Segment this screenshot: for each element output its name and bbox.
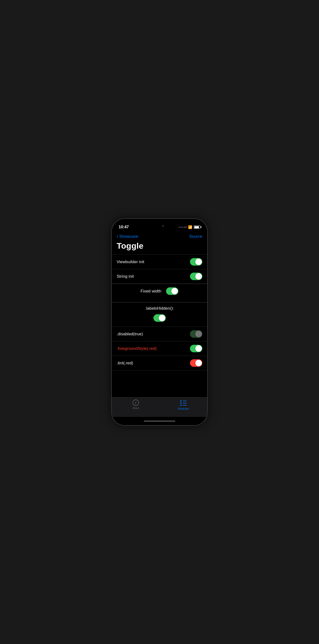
- dynamic-island: [145, 222, 174, 230]
- phone-frame: 10:47 📶 ‹ Showcase Sour: [112, 219, 207, 425]
- fixed-width-row: Fixed width: [117, 288, 202, 295]
- foreground-style-toggle[interactable]: [190, 345, 202, 352]
- string-init-toggle[interactable]: [190, 272, 202, 280]
- tab-about[interactable]: i About: [112, 400, 160, 410]
- tab-bar: i About: [112, 397, 207, 417]
- home-bar: [144, 420, 175, 422]
- wifi-icon: 📶: [188, 225, 192, 229]
- tint-red-label: .tint(.red): [117, 361, 133, 366]
- disabled-row: .disabled(true): [112, 327, 207, 341]
- viewbuilder-init-label: Viewbuilder init: [117, 260, 144, 264]
- toggle-thumb: [195, 360, 202, 366]
- toggle-thumb: [195, 331, 202, 337]
- info-icon: i: [133, 400, 139, 406]
- fixed-width-toggle[interactable]: [166, 288, 178, 295]
- labels-hidden-toggle[interactable]: [154, 314, 166, 322]
- chevron-left-icon: ‹: [117, 234, 118, 239]
- phone-screen: 10:47 📶 ‹ Showcase Sour: [112, 219, 207, 425]
- status-time: 10:47: [118, 225, 129, 230]
- tint-red-toggle[interactable]: [190, 359, 202, 367]
- toggle-thumb: [195, 273, 202, 280]
- battery-icon: [194, 226, 200, 229]
- toggle-thumb: [195, 345, 202, 352]
- labels-hidden-section: .labelsHidden():: [112, 302, 207, 327]
- back-button[interactable]: ‹ Showcase: [117, 234, 138, 239]
- string-init-label: String init: [117, 274, 134, 279]
- tint-red-row: .tint(.red): [112, 356, 207, 370]
- signal-icon: [178, 226, 186, 228]
- camera-dot: [162, 225, 164, 227]
- fixed-width-section: Fixed width: [112, 284, 207, 302]
- source-button[interactable]: Source: [189, 234, 202, 239]
- disabled-label: .disabled(true): [117, 332, 143, 336]
- page-title: Toggle: [112, 240, 207, 254]
- tab-about-label: About: [132, 407, 139, 410]
- viewbuilder-init-toggle[interactable]: [190, 258, 202, 266]
- viewbuilder-init-row: Viewbuilder init: [112, 254, 207, 269]
- list-icon: [180, 400, 186, 406]
- labels-hidden-label: .labelsHidden():: [145, 306, 174, 311]
- foreground-style-label: .foregroundStyle(.red): [117, 346, 156, 351]
- home-indicator: [112, 417, 207, 425]
- navigation-bar: ‹ Showcase Source: [112, 232, 207, 240]
- status-icons: 📶: [178, 225, 200, 229]
- back-label: Showcase: [119, 234, 138, 239]
- foreground-style-row: .foregroundStyle(.red): [112, 341, 207, 356]
- toggle-thumb: [159, 315, 165, 321]
- string-init-row: String init: [112, 269, 207, 284]
- tab-showcase-label: Showcase: [178, 408, 189, 410]
- toggle-thumb: [195, 258, 202, 265]
- content-area: Viewbuilder init String init Fixed width: [112, 254, 207, 397]
- tab-showcase[interactable]: Showcase: [160, 400, 207, 410]
- fixed-width-label: Fixed width: [140, 289, 162, 294]
- disabled-toggle[interactable]: [190, 330, 202, 338]
